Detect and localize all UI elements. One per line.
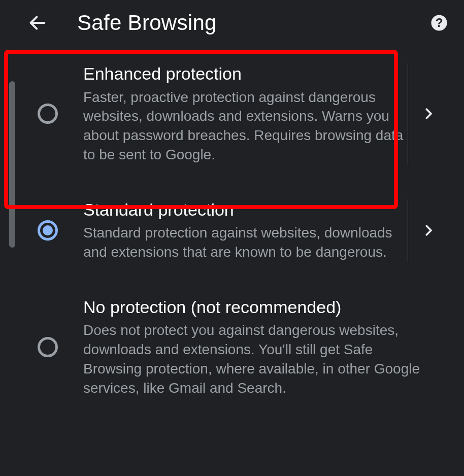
option-standard-protection[interactable]: Standard protection Standard protection … [0, 182, 464, 279]
radio-standard[interactable] [38, 220, 58, 241]
help-button[interactable]: ? [429, 13, 449, 32]
option-title: No protection (not recommended) [83, 296, 435, 318]
arrow-left-icon [27, 13, 48, 33]
option-title: Standard protection [83, 199, 404, 221]
separator [408, 63, 408, 164]
radio-enhanced[interactable] [38, 104, 58, 124]
details-button-enhanced[interactable] [413, 106, 444, 121]
option-text: Standard protection Standard protection … [83, 199, 413, 262]
chevron-right-icon [421, 223, 436, 238]
header: Safe Browsing ? [0, 0, 464, 46]
radio-none[interactable] [38, 337, 58, 357]
separator [408, 199, 408, 262]
option-text: No protection (not recommended) Does not… [83, 296, 444, 398]
option-enhanced-protection[interactable]: Enhanced protection Faster, proactive pr… [0, 46, 464, 182]
radio-wrap [12, 220, 83, 241]
option-no-protection[interactable]: No protection (not recommended) Does not… [0, 279, 464, 415]
option-description: Faster, proactive protection against dan… [83, 88, 404, 164]
page-title: Safe Browsing [77, 11, 217, 35]
option-title: Enhanced protection [83, 63, 404, 85]
svg-text:?: ? [436, 16, 443, 29]
details-button-standard[interactable] [413, 223, 444, 238]
radio-wrap [12, 104, 83, 124]
option-text: Enhanced protection Faster, proactive pr… [83, 63, 413, 164]
options-list: Enhanced protection Faster, proactive pr… [0, 46, 464, 415]
option-description: Standard protection against websites, do… [83, 223, 404, 262]
radio-wrap [12, 337, 83, 357]
help-icon: ? [430, 14, 448, 31]
chevron-right-icon [421, 106, 436, 121]
option-description: Does not protect you against dangerous w… [83, 321, 435, 397]
back-button[interactable] [25, 11, 50, 35]
